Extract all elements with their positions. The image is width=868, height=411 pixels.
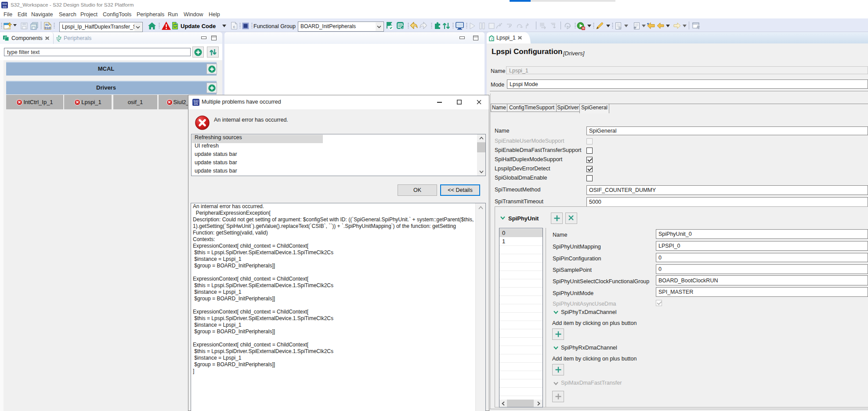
svg-text:c: c [233,25,235,29]
svg-text:DS: DS [194,102,198,105]
svg-text:c: c [491,37,493,41]
svg-text:010: 010 [45,26,51,30]
